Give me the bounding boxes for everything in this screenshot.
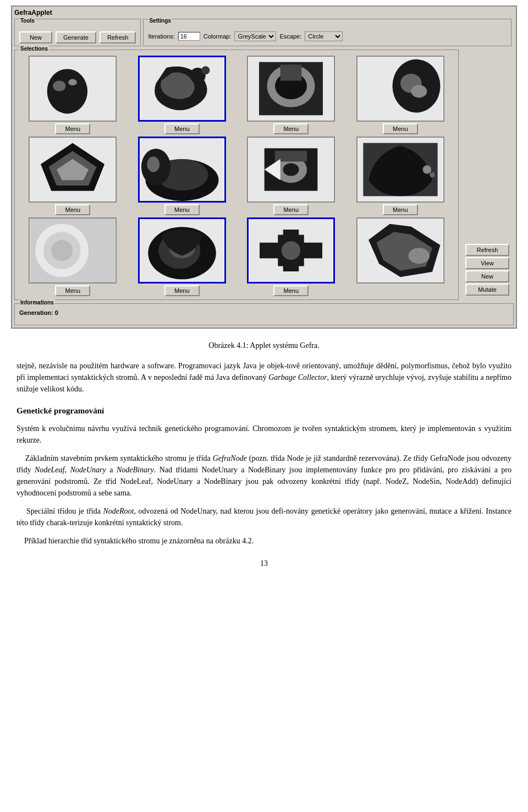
paragraph-3: Základním stavebním prvkem syntaktického… (16, 453, 512, 499)
svg-point-44 (282, 241, 300, 260)
selections-grid: Menu Menu (19, 56, 454, 296)
iterations-input[interactable] (178, 32, 200, 41)
nodebinary-italic: NodeBinary (117, 466, 154, 474)
selection-cell-5: Menu (129, 137, 236, 215)
figure-caption: Obrázek 4.1: Applet systému Gefra. (16, 340, 512, 351)
gefranode-italic: GefraNode (213, 454, 247, 462)
selection-cell-3: Menu (347, 56, 454, 134)
nodeunary-italic: NodeUnary (70, 466, 106, 474)
info-label: Informations (19, 299, 55, 306)
paragraph-2: Systém k evolučnímu návrhu využívá techn… (16, 423, 512, 446)
selection-cell-6: Menu (238, 137, 345, 215)
new-right-button[interactable]: New (465, 270, 509, 282)
escape-select[interactable]: Circle Square Diamond (305, 31, 343, 41)
tools-group: Tools New Generate Refresh (14, 19, 141, 46)
generation-info: Generation: 0 (19, 309, 509, 316)
selection-img-9[interactable] (138, 217, 226, 284)
tools-group-content: New Generate Refresh (19, 31, 136, 43)
selection-menu-btn-4[interactable]: Menu (55, 204, 90, 215)
selections-section: Selections Menu (14, 50, 459, 300)
selections-label: Selections (19, 46, 49, 52)
svg-point-21 (147, 156, 160, 172)
selection-menu-btn-3[interactable]: Menu (383, 123, 418, 134)
settings-group: Settings Iterations: Colormap: GreyScale… (143, 19, 512, 46)
selection-menu-btn-1[interactable]: Menu (164, 123, 200, 134)
selection-cell-4: Menu (19, 137, 127, 215)
settings-group-label: Settings (148, 18, 172, 24)
gc-italic: Garbage Collector (268, 373, 327, 382)
svg-point-46 (408, 248, 430, 264)
generate-button[interactable]: Generate (56, 31, 96, 43)
noderoot-italic: NodeRoot (103, 507, 134, 515)
selections-and-right: Selections Menu (14, 50, 514, 300)
selection-cell-7: Menu (347, 137, 454, 215)
selection-menu-btn-2[interactable]: Menu (273, 123, 309, 134)
svg-point-15 (411, 85, 427, 97)
paragraph-1: stejně, nezávisle na použitém hardware a… (16, 360, 512, 395)
selection-img-10[interactable] (247, 217, 335, 284)
right-buttons: Refresh View New Mutate (465, 244, 509, 296)
svg-point-25 (283, 163, 299, 176)
svg-point-3 (69, 79, 77, 86)
nodeleaf-italic: NodeLeaf (35, 466, 64, 474)
colormap-select[interactable]: GreyScale Color Fire (234, 31, 276, 41)
selection-img-1[interactable] (138, 56, 226, 122)
text-content: Obrázek 4.1: Applet systému Gefra. stejn… (16, 340, 512, 569)
selection-img-8[interactable] (29, 217, 117, 284)
svg-point-2 (53, 81, 65, 91)
svg-point-1 (47, 69, 87, 113)
svg-point-29 (422, 165, 431, 173)
paragraph-4: Speciální třídou je třída NodeRoot, odvo… (16, 505, 512, 528)
refresh-right-button[interactable]: Refresh (465, 244, 509, 256)
selection-menu-btn-7[interactable]: Menu (383, 204, 418, 215)
selection-cell-2: Menu (238, 56, 345, 134)
selection-img-7[interactable] (356, 137, 444, 203)
mutate-button[interactable]: Mutate (465, 284, 509, 296)
selection-img-4[interactable] (29, 137, 117, 203)
selection-img-11[interactable] (356, 217, 444, 284)
selection-cell-9: Menu (129, 217, 236, 296)
svg-point-6 (201, 66, 210, 74)
selection-menu-btn-0[interactable]: Menu (55, 123, 90, 134)
svg-rect-11 (280, 65, 302, 81)
selection-menu-btn-5[interactable]: Menu (164, 204, 200, 215)
selection-menu-btn-8[interactable]: Menu (55, 285, 90, 296)
selection-cell-0: Menu (19, 56, 127, 134)
info-section: Informations Generation: 0 (14, 303, 514, 325)
new-button[interactable]: New (19, 31, 52, 43)
applet-title: GefraApplet (14, 9, 514, 17)
selection-img-3[interactable] (356, 56, 444, 122)
selection-cell-11 (347, 217, 454, 296)
selection-img-6[interactable] (247, 137, 335, 203)
colormap-label: Colormap: (204, 33, 232, 40)
selection-cell-8: Menu (19, 217, 127, 296)
selection-menu-btn-9[interactable]: Menu (164, 285, 200, 296)
selection-img-0[interactable] (29, 56, 117, 122)
paragraph-5: Příklad hierarchie tříd syntaktického st… (16, 535, 512, 547)
svg-point-30 (430, 172, 435, 178)
page-number: 13 (16, 558, 512, 569)
toolbar-section: Tools New Generate Refresh Settings Iter… (14, 19, 514, 46)
refresh-button[interactable]: Refresh (100, 31, 136, 43)
selection-menu-btn-6[interactable]: Menu (273, 204, 309, 215)
section-heading: Genetické programování (16, 405, 512, 417)
selection-cell-1: Menu (129, 56, 236, 134)
selection-img-2[interactable] (247, 56, 335, 122)
iterations-label: Iterations: (148, 33, 174, 40)
view-button[interactable]: View (465, 257, 509, 269)
settings-group-content: Iterations: Colormap: GreyScale Color Fi… (148, 31, 507, 41)
tools-group-label: Tools (19, 18, 36, 24)
selection-img-5[interactable] (138, 137, 226, 203)
selection-cell-10: Menu (238, 217, 345, 296)
svg-point-34 (52, 240, 73, 261)
escape-label: Escape: (279, 33, 301, 40)
applet-container: GefraApplet Tools New Generate Refresh S… (11, 6, 517, 329)
selection-menu-btn-10[interactable]: Menu (273, 285, 309, 296)
